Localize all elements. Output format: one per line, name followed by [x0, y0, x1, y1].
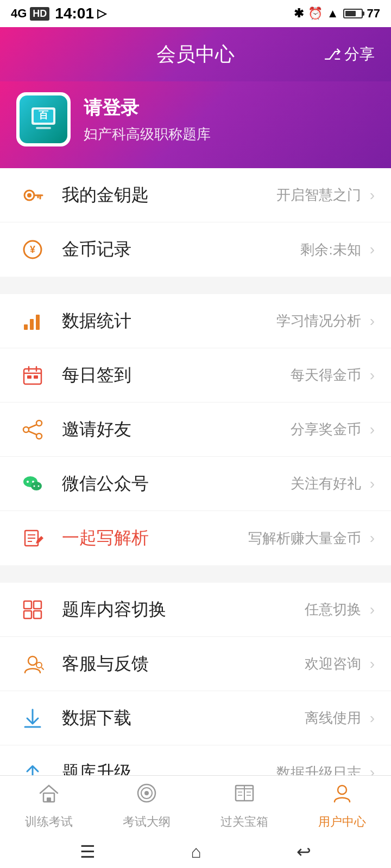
data-download-desc: 离线使用 [305, 709, 361, 727]
nav-treasure-label: 过关宝箱 [220, 814, 268, 830]
calendar-icon [16, 359, 49, 392]
daily-signin-label: 每日签到 [62, 363, 291, 387]
coin-icon: ¥ [16, 233, 49, 266]
chevron-icon: › [370, 655, 375, 673]
download-icon [16, 702, 49, 735]
signal-icon: 4G [11, 7, 27, 21]
wechat-icon [16, 468, 49, 500]
menu-item-invite-friends[interactable]: 邀请好友 分享奖金币 › [0, 403, 391, 457]
avatar-image: 百 [20, 95, 67, 143]
chevron-icon: › [370, 241, 375, 258]
menu-item-customer-service[interactable]: 客服与反馈 欢迎咨询 › [0, 637, 391, 691]
svg-rect-18 [27, 375, 31, 379]
profile-subtitle: 妇产科高级职称题库 [84, 125, 211, 144]
status-bar: 4G HD 14:01 ▷ ✱ ⏰ ▲ 77 [0, 0, 391, 27]
separator-2 [0, 574, 391, 583]
nav-user-label: 用户中心 [318, 814, 366, 830]
service-icon [16, 648, 49, 680]
chart-icon [16, 305, 49, 337]
svg-rect-12 [30, 319, 34, 330]
menu-item-coin-record[interactable]: ¥ 金币记录 剩余:未知 › [0, 222, 391, 277]
wechat-label: 微信公众号 [62, 472, 291, 496]
nav-train-label: 训练考试 [25, 814, 73, 830]
svg-rect-3 [36, 127, 51, 129]
back-button[interactable]: ↩ [297, 841, 311, 862]
chevron-icon: › [370, 475, 375, 493]
svg-point-20 [36, 420, 42, 426]
svg-rect-11 [24, 324, 28, 330]
bottom-nav: 训练考试 考试大纲 [0, 775, 391, 868]
menu-section-3: 题库内容切换 任意切换 › 客服与反馈 欢迎咨询 › 数据下载 离线使用 › [0, 583, 391, 800]
wifi-icon: ▲ [327, 7, 339, 21]
menu-item-write-analysis[interactable]: 一起写解析 写解析赚大量金币 › [0, 511, 391, 565]
bluetooth-icon: ✱ [294, 7, 304, 21]
profile-info: 请登录 妇产科高级职称题库 [84, 95, 211, 144]
share-button[interactable]: ⎇ 分享 [324, 44, 375, 65]
wechat-desc: 关注有好礼 [291, 474, 361, 493]
svg-point-5 [27, 193, 31, 197]
svg-point-21 [23, 427, 29, 432]
menu-item-data-download[interactable]: 数据下载 离线使用 › [0, 691, 391, 745]
chevron-icon: › [370, 710, 375, 727]
menu-button[interactable]: ☰ [80, 841, 96, 862]
menu-item-golden-key[interactable]: 我的金钥匙 开启智慧之门 › [0, 168, 391, 222]
svg-rect-38 [34, 611, 41, 618]
chevron-icon: › [370, 601, 375, 618]
svg-point-50 [144, 791, 149, 795]
write-analysis-desc: 写解析赚大量金币 [248, 529, 361, 548]
switch-content-label: 题库内容切换 [62, 598, 305, 622]
svg-rect-14 [24, 369, 41, 384]
system-bar: ☰ ⌂ ↩ [0, 835, 391, 868]
golden-key-label: 我的金钥匙 [62, 183, 276, 207]
status-left: 4G HD 14:01 ▷ [11, 5, 106, 22]
svg-rect-47 [47, 797, 51, 802]
svg-rect-37 [24, 611, 31, 618]
nav-items: 训练考试 考试大纲 [0, 776, 391, 835]
svg-point-26 [27, 481, 29, 483]
write-icon [16, 522, 49, 554]
avatar: 百 [16, 92, 71, 146]
chevron-icon: › [370, 187, 375, 204]
svg-point-30 [38, 485, 40, 487]
chevron-icon: › [370, 312, 375, 330]
time-display: 14:01 [55, 5, 94, 22]
home-button[interactable]: ⌂ [191, 842, 201, 862]
data-download-label: 数据下载 [62, 706, 305, 730]
data-stats-desc: 学习情况分析 [276, 311, 361, 330]
nav-outline-label: 考试大纲 [123, 814, 171, 830]
nav-item-train[interactable]: 训练考试 [0, 776, 98, 835]
profile-login-text: 请登录 [84, 95, 211, 120]
nav-item-outline[interactable]: 考试大纲 [98, 776, 195, 835]
svg-text:¥: ¥ [30, 244, 35, 255]
chevron-icon: › [370, 421, 375, 438]
menu-item-data-stats[interactable]: 数据统计 学习情况分析 › [0, 294, 391, 348]
golden-key-desc: 开启智慧之门 [276, 186, 361, 205]
customer-service-label: 客服与反馈 [62, 652, 305, 676]
nav-item-user[interactable]: 用户中心 [293, 776, 391, 835]
svg-line-23 [29, 425, 36, 428]
svg-point-39 [28, 656, 37, 665]
menu-item-switch-content[interactable]: 题库内容切换 任意切换 › [0, 583, 391, 637]
svg-point-58 [338, 786, 346, 794]
menu-item-wechat[interactable]: 微信公众号 关注有好礼 › [0, 457, 391, 511]
svg-rect-19 [34, 375, 38, 379]
profile-section[interactable]: 百 请登录 妇产科高级职称题库 [0, 81, 391, 168]
user-icon [330, 781, 354, 810]
coin-record-desc: 剩余:未知 [300, 240, 361, 259]
customer-service-desc: 欢迎咨询 [305, 654, 361, 673]
header-title: 会员中心 [156, 41, 235, 68]
menu-section-2: 数据统计 学习情况分析 › 每日签到 每天得金币 › [0, 294, 391, 565]
nav-item-treasure[interactable]: 过关宝箱 [195, 776, 293, 835]
battery-percent: 77 [367, 7, 380, 21]
invite-friends-label: 邀请好友 [62, 418, 291, 442]
write-analysis-label: 一起写解析 [62, 526, 248, 550]
svg-line-24 [29, 431, 36, 435]
separator-1 [0, 285, 391, 294]
status-right: ✱ ⏰ ▲ 77 [294, 7, 380, 21]
svg-rect-36 [34, 601, 41, 609]
svg-point-22 [36, 433, 42, 439]
menu-item-daily-signin[interactable]: 每日签到 每天得金币 › [0, 348, 391, 403]
svg-point-40 [36, 662, 42, 668]
svg-rect-35 [24, 601, 31, 609]
book-icon [232, 781, 256, 810]
